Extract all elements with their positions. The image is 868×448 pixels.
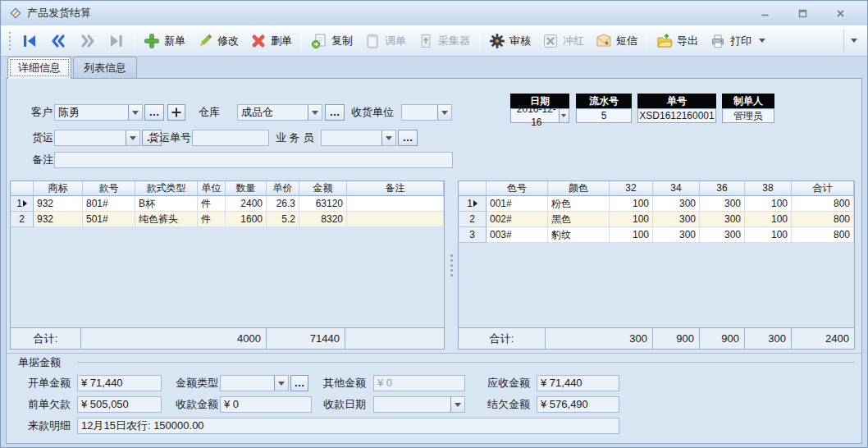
delete-button-label: 删单: [271, 34, 292, 48]
dropdown-arrow-icon[interactable]: [559, 109, 569, 122]
receivable-amount-label: 应收金额: [487, 375, 530, 391]
sms-button[interactable]: 短信: [590, 30, 643, 53]
date-combo[interactable]: 2016-12-16: [510, 108, 569, 123]
colors-total-36: 900: [700, 328, 745, 349]
toolbar-overflow-button[interactable]: [843, 30, 864, 53]
dropdown-arrow-icon[interactable]: [381, 130, 395, 145]
col-qty[interactable]: 数量: [226, 181, 267, 196]
amount-type-combo[interactable]: [220, 375, 289, 391]
items-row-2[interactable]: 2 932 501# 纯色裤头 件 1600 5.2 8320: [11, 212, 444, 227]
dropdown-arrow-icon[interactable]: [128, 105, 142, 120]
export-button[interactable]: 导出: [651, 30, 704, 53]
billing-amount-input[interactable]: ¥ 71,440: [77, 375, 162, 391]
remark-input[interactable]: [54, 152, 453, 168]
col-remark[interactable]: 备注: [347, 181, 444, 196]
new-button[interactable]: 新单: [138, 30, 191, 53]
col-color-no[interactable]: 色号: [487, 181, 548, 196]
colors-row-2[interactable]: 2 002# 黑色 100 300 300 100 800: [459, 212, 854, 227]
dropdown-arrow-icon[interactable]: [450, 397, 464, 412]
tab-list-info[interactable]: 列表信息: [73, 57, 137, 78]
received-amount-input[interactable]: ¥ 0: [220, 396, 312, 413]
copy-button[interactable]: 复制: [305, 30, 359, 53]
nav-first-button[interactable]: [16, 30, 43, 52]
col-type[interactable]: 款式类型: [135, 181, 198, 196]
audit-button[interactable]: 审核: [483, 30, 537, 53]
col-style[interactable]: 款号: [83, 181, 135, 196]
print-dropdown-caret[interactable]: [759, 39, 765, 43]
print-button[interactable]: 打印: [704, 30, 771, 53]
freight-value[interactable]: [55, 130, 126, 145]
receiver-value[interactable]: [402, 105, 437, 120]
docno-value: XSD1612160001: [637, 108, 716, 123]
col-unit[interactable]: 单位: [198, 181, 226, 196]
amount-type-lookup-button[interactable]: …: [290, 375, 308, 391]
dropdown-arrow-icon[interactable]: [274, 376, 288, 391]
billing-amount-label: 开单金额: [28, 375, 71, 391]
customer-add-button[interactable]: [167, 104, 185, 121]
colors-row-1[interactable]: 1 001# 粉色 100 300 300 100 800: [459, 196, 854, 212]
salesman-combo[interactable]: [321, 130, 396, 146]
customer-value[interactable]: 陈勇: [55, 105, 128, 120]
receive-date-combo[interactable]: [373, 396, 465, 413]
colors-total-32: 300: [546, 328, 653, 349]
receive-date-value[interactable]: [374, 397, 450, 412]
reverse-button[interactable]: 冲红: [537, 30, 590, 53]
table-splitter[interactable]: [446, 181, 456, 350]
dropdown-arrow-icon[interactable]: [126, 130, 139, 145]
current-row-marker: [23, 200, 27, 207]
colors-row-3[interactable]: 3 003# 豹纹 100 300 300 100 800: [459, 227, 854, 243]
col-brand[interactable]: 商标: [34, 181, 83, 196]
customer-lookup-button[interactable]: …: [144, 104, 164, 121]
freight-no-input[interactable]: [192, 130, 269, 146]
items-row-1[interactable]: 1 932 801# B杯 件 2400 26.3 63120: [11, 196, 444, 212]
salesman-value[interactable]: [322, 130, 381, 145]
window-title: 产品发货结算: [27, 6, 91, 21]
minimize-button[interactable]: [756, 6, 774, 21]
col-color[interactable]: 颜色: [548, 181, 610, 196]
close-button[interactable]: [831, 6, 849, 21]
nav-last-button[interactable]: [103, 30, 130, 52]
col-size-36[interactable]: 36: [700, 181, 745, 196]
dropdown-arrow-icon[interactable]: [437, 105, 451, 120]
warehouse-label: 仓库: [199, 104, 220, 121]
transfer-button[interactable]: 调单: [359, 30, 412, 53]
toolbar-grip[interactable]: [7, 32, 12, 50]
tab-detail-info[interactable]: 详细信息: [7, 57, 71, 79]
col-size-total[interactable]: 合计: [792, 181, 854, 196]
customer-combo[interactable]: 陈勇: [54, 104, 143, 121]
nav-prev-button[interactable]: [43, 30, 73, 52]
receiver-combo[interactable]: [401, 104, 452, 121]
amount-type-value[interactable]: [221, 376, 274, 391]
other-amount-input[interactable]: ¥ 0: [373, 375, 465, 391]
salesman-label: 业 务 员: [276, 130, 313, 146]
receivable-amount-input[interactable]: ¥ 71,440: [537, 375, 619, 391]
edit-button[interactable]: 修改: [191, 30, 244, 53]
collector-button[interactable]: 采集器: [412, 30, 476, 53]
warehouse-combo[interactable]: 成品仓: [237, 104, 322, 121]
warehouse-lookup-button[interactable]: …: [325, 104, 345, 121]
delete-button[interactable]: 删单: [244, 30, 298, 53]
summary-group-title: 单据金额: [18, 355, 61, 370]
balance-amount-input[interactable]: ¥ 576,490: [537, 396, 619, 413]
warehouse-value[interactable]: 成品仓: [238, 105, 308, 120]
new-button-label: 新单: [164, 34, 185, 48]
other-amount-label: 其他金额: [323, 375, 366, 391]
payment-detail-label: 来款明细: [28, 418, 71, 434]
salesman-lookup-button[interactable]: …: [398, 130, 418, 146]
current-row-marker: [473, 200, 477, 207]
col-price[interactable]: 单价: [267, 181, 299, 196]
col-size-34[interactable]: 34: [653, 181, 700, 196]
nav-next-button[interactable]: [73, 30, 103, 52]
toolbar-separator: [301, 31, 302, 51]
payment-detail-input[interactable]: 12月15日农行: 150000.00: [77, 418, 619, 434]
col-size-38[interactable]: 38: [745, 181, 792, 196]
collector-button-label: 采集器: [438, 34, 470, 48]
items-total-label: 合计:: [11, 328, 81, 349]
dropdown-arrow-icon[interactable]: [308, 105, 322, 120]
col-size-32[interactable]: 32: [610, 181, 653, 196]
maximize-button[interactable]: [793, 6, 811, 21]
prev-debt-input[interactable]: ¥ 505,050: [77, 396, 162, 413]
maker-value: 管理员: [722, 108, 774, 123]
freight-combo[interactable]: [54, 130, 140, 146]
col-amount[interactable]: 金额: [299, 181, 347, 196]
